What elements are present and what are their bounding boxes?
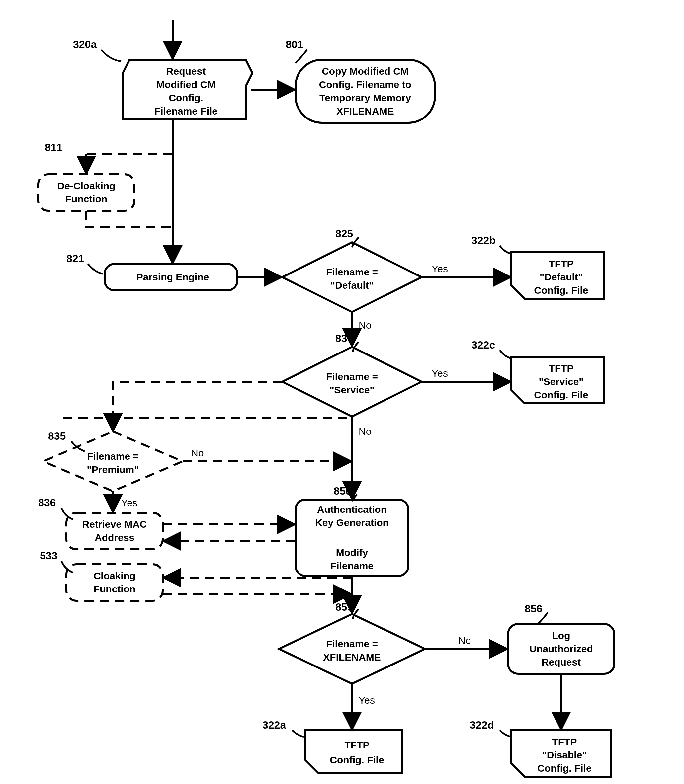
n850-l1: Authentication <box>317 504 387 515</box>
label-811: 811 <box>45 142 63 153</box>
label-801: 801 <box>286 39 303 50</box>
n322d-l3: Config. File <box>537 763 591 774</box>
n801-l2: Config. Filename to <box>319 79 411 90</box>
n801-l1: Copy Modified CM <box>322 66 409 77</box>
edge-830-yes: Yes <box>432 368 448 379</box>
label-533: 533 <box>40 550 57 562</box>
edge-830-no: No <box>358 426 371 437</box>
label-836: 836 <box>38 497 56 509</box>
n855-l2: XFILENAME <box>323 652 381 663</box>
n825-l1: Filename = <box>326 267 378 277</box>
node-tftp-default: TFTP "Default" Config. File <box>511 252 604 299</box>
node-tftp-disable: TFTP "Disable" Config. File <box>511 730 611 777</box>
n850-l4: Filename <box>331 560 374 571</box>
node-parsing-engine: Parsing Engine <box>105 264 237 290</box>
n811-l2: Function <box>65 193 108 204</box>
node-decision-default: Filename = "Default" <box>282 242 422 312</box>
n835-l1: Filename = <box>87 451 139 462</box>
n821-l1: Parsing Engine <box>137 272 209 282</box>
n322c-l1: TFTP <box>549 363 574 374</box>
n856-l2: Unauthorized <box>529 643 593 654</box>
n322b-l2: "Default" <box>540 272 583 282</box>
svg-rect-15 <box>66 513 163 549</box>
n856-l1: Log <box>552 630 570 641</box>
edge-825-yes: Yes <box>432 263 448 274</box>
n801-l3: Temporary Memory <box>319 92 411 103</box>
flowchart: Request Modified CM Config. Filename Fil… <box>6 6 684 784</box>
svg-rect-19 <box>66 564 163 601</box>
edge-855-yes: Yes <box>358 695 375 706</box>
edge-835-yes: Yes <box>121 497 137 508</box>
n320a-l2: Modified CM <box>156 79 216 90</box>
node-tftp-config: TFTP Config. File <box>305 730 402 773</box>
n322b-l3: Config. File <box>534 285 588 296</box>
n322c-l3: Config. File <box>534 390 588 400</box>
node-decision-xfilename: Filename = XFILENAME <box>279 614 425 684</box>
n830-l2: "Service" <box>329 384 374 395</box>
node-log-unauth: Log Unauthorized Request <box>508 624 614 674</box>
edge-825-no: No <box>358 320 371 331</box>
label-821: 821 <box>66 253 84 264</box>
node-decloaking: De-Cloaking Function <box>38 174 134 211</box>
label-830: 830 <box>336 332 353 344</box>
n830-l1: Filename = <box>326 371 378 382</box>
n850-l3: Modify <box>336 547 368 558</box>
label-320a: 320a <box>73 39 97 50</box>
label-322c: 322c <box>471 339 495 351</box>
n856-l3: Request <box>542 657 581 668</box>
n322d-l1: TFTP <box>552 736 577 747</box>
n836-l2: Address <box>95 532 134 543</box>
n533-l2: Function <box>94 584 136 594</box>
n320a-l1: Request <box>166 66 205 77</box>
n322c-l2: "Service" <box>539 376 583 387</box>
node-cloaking: Cloaking Function <box>66 564 163 601</box>
label-322a: 322a <box>262 719 286 731</box>
n533-l1: Cloaking <box>94 570 136 581</box>
n835-l2: "Premium" <box>87 464 139 475</box>
label-855: 855 <box>336 601 353 613</box>
node-request-modified-cm: Request Modified CM Config. Filename Fil… <box>123 60 252 119</box>
svg-rect-3 <box>38 174 134 211</box>
label-322d: 322d <box>470 719 494 731</box>
edge-835-no: No <box>191 448 203 459</box>
label-856: 856 <box>524 603 542 615</box>
n811-l1: De-Cloaking <box>57 180 115 191</box>
n320a-l3: Config. <box>169 92 203 103</box>
label-825: 825 <box>336 228 353 240</box>
n801-l4: XFILENAME <box>336 106 394 116</box>
n320a-l4: Filename File <box>155 106 218 116</box>
n855-l1: Filename = <box>326 638 378 649</box>
n322a-l2: Config. File <box>330 755 384 765</box>
n322a-l1: TFTP <box>345 739 369 750</box>
n850-l2: Key Generation <box>315 517 389 528</box>
n825-l2: "Default" <box>331 280 374 291</box>
n322d-l2: "Disable" <box>542 750 587 760</box>
node-copy-xfilename: Copy Modified CM Config. Filename to Tem… <box>295 60 435 123</box>
n836-l1: Retrieve MAC <box>82 519 147 530</box>
label-850: 850 <box>334 485 351 497</box>
node-tftp-service: TFTP "Service" Config. File <box>511 357 604 403</box>
label-322b: 322b <box>471 234 496 246</box>
label-835: 835 <box>48 430 66 442</box>
node-decision-service: Filename = "Service" <box>282 347 422 417</box>
n322b-l1: TFTP <box>549 258 574 269</box>
node-auth-keygen: Authentication Key Generation Modify Fil… <box>295 499 408 576</box>
edge-855-no: No <box>458 635 471 646</box>
node-retrieve-mac: Retrieve MAC Address <box>66 513 163 549</box>
